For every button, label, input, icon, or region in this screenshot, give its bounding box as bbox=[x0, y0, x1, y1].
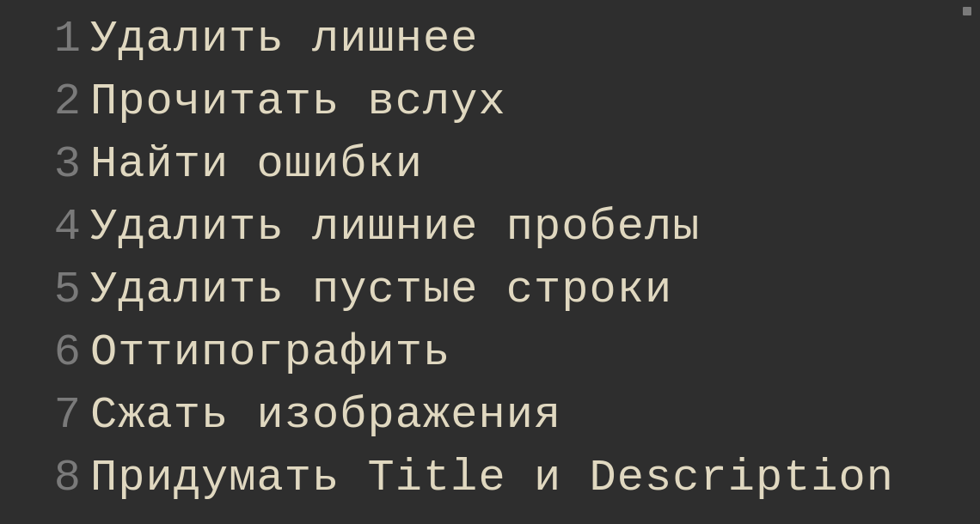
list-item: 7Сжать изображения bbox=[34, 387, 946, 443]
item-text: Оттипографить bbox=[90, 325, 450, 381]
list-item: 5Удалить пустые строки bbox=[34, 262, 946, 318]
list-item: 3Найти ошибки bbox=[34, 137, 946, 192]
item-text: Сжать изображения bbox=[90, 387, 561, 443]
item-text: Прочитать вслух bbox=[90, 74, 506, 130]
item-number: 3 bbox=[34, 137, 82, 192]
main-container: 1Удалить лишнее2Прочитать вслух3Найти ош… bbox=[0, 0, 980, 524]
list-item: 2Прочитать вслух bbox=[34, 74, 946, 130]
item-number: 5 bbox=[34, 262, 82, 318]
list-item: 1Удалить лишнее bbox=[34, 11, 946, 67]
item-number: 4 bbox=[34, 199, 82, 255]
item-text: Удалить пустые строки bbox=[90, 262, 672, 318]
item-text: Удалить лишние пробелы bbox=[90, 199, 700, 255]
item-number: 1 bbox=[34, 11, 82, 67]
list-item: 6Оттипографить bbox=[34, 325, 946, 381]
item-text: Удалить лишнее bbox=[90, 11, 478, 67]
item-number: 2 bbox=[34, 74, 82, 130]
item-number: 7 bbox=[34, 387, 82, 443]
list-item: 4Удалить лишние пробелы bbox=[34, 199, 946, 255]
item-text: Найти ошибки bbox=[90, 137, 423, 192]
list-item: 8Придумать Title и Description bbox=[34, 450, 946, 506]
item-number: 6 bbox=[34, 325, 82, 381]
item-number: 8 bbox=[34, 450, 82, 506]
list-container: 1Удалить лишнее2Прочитать вслух3Найти ош… bbox=[34, 11, 946, 513]
corner-indicator bbox=[963, 7, 971, 15]
item-text: Придумать Title и Description bbox=[90, 450, 894, 506]
